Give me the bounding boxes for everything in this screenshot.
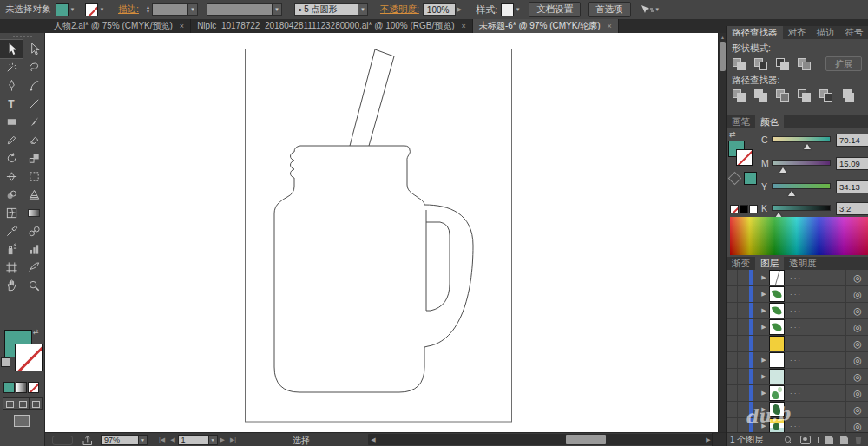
- magenta-value[interactable]: 15.09: [836, 157, 868, 170]
- type-tool[interactable]: T: [0, 95, 23, 113]
- horizontal-scroll-thumb[interactable]: [566, 435, 606, 444]
- export-icon[interactable]: [82, 435, 94, 446]
- close-tab-icon[interactable]: ×: [462, 22, 466, 30]
- minus-back-button[interactable]: [840, 89, 856, 102]
- gamut-color-chip[interactable]: [744, 172, 757, 185]
- slice-tool[interactable]: [23, 259, 45, 277]
- artboard-dropdown-icon[interactable]: [209, 435, 218, 445]
- tab-gradient[interactable]: 渐变: [727, 257, 755, 270]
- magenta-slider[interactable]: [772, 160, 831, 166]
- yellow-value[interactable]: 34.13: [836, 180, 868, 193]
- width-profile-box[interactable]: [207, 3, 273, 16]
- layer-row[interactable]: [727, 352, 868, 369]
- zoom-tool[interactable]: [23, 277, 45, 295]
- tab-transparency[interactable]: 透明度: [784, 257, 822, 270]
- layer-row[interactable]: [727, 319, 868, 336]
- none-swatch[interactable]: [730, 205, 739, 213]
- tab-stroke[interactable]: 描边: [812, 26, 840, 39]
- target-circle-icon[interactable]: [845, 402, 868, 417]
- paintbrush-tool[interactable]: [23, 113, 45, 131]
- layer-thumbnail[interactable]: [769, 369, 785, 384]
- cyan-slider[interactable]: [772, 136, 831, 142]
- document-tab-active[interactable]: 未标题-6* @ 97% (CMYK/轮廓) ×: [473, 19, 619, 33]
- scroll-left-icon[interactable]: [368, 434, 378, 445]
- perspective-grid-tool[interactable]: [23, 186, 45, 204]
- layer-row[interactable]: [727, 286, 868, 303]
- none-mode-button[interactable]: [28, 382, 39, 393]
- locate-object-icon[interactable]: [784, 436, 793, 445]
- first-artboard-icon[interactable]: [159, 436, 165, 443]
- layer-thumbnail[interactable]: [769, 303, 785, 318]
- layer-row[interactable]: [727, 336, 868, 352]
- gradient-tool[interactable]: [23, 204, 45, 222]
- artboard-tool[interactable]: [0, 259, 23, 277]
- layer-thumbnail[interactable]: [769, 319, 785, 335]
- yellow-slider[interactable]: [772, 183, 831, 189]
- layer-thumbnail[interactable]: [769, 352, 785, 368]
- trim-button[interactable]: [753, 89, 769, 102]
- target-circle-icon[interactable]: [845, 270, 868, 285]
- target-circle-icon[interactable]: [845, 385, 868, 401]
- column-graph-tool[interactable]: [23, 240, 45, 259]
- preferences-button[interactable]: 首选项: [588, 2, 631, 17]
- stroke-weight-dropdown-icon[interactable]: [188, 3, 198, 16]
- width-profile-dropdown-icon[interactable]: [273, 3, 282, 16]
- expand-triangle-icon[interactable]: [759, 307, 769, 314]
- stroke-proxy-swatch[interactable]: [15, 344, 43, 371]
- tab-brushes[interactable]: 画笔: [727, 115, 755, 128]
- document-setup-button[interactable]: 文档设置: [529, 2, 581, 17]
- outline-button[interactable]: [819, 89, 834, 102]
- black-slider[interactable]: [772, 205, 831, 211]
- pointer-menu-icon[interactable]: [640, 3, 661, 16]
- last-artboard-icon[interactable]: [230, 436, 236, 443]
- swap-fill-stroke-icon[interactable]: ⇄: [33, 328, 39, 336]
- cyan-value[interactable]: 70.14: [836, 134, 868, 147]
- fill-dropdown-icon[interactable]: [69, 3, 76, 16]
- tab-color[interactable]: 颜色: [755, 115, 784, 128]
- zoom-level-box[interactable]: 97%: [101, 435, 139, 445]
- document-tab[interactable]: 人物2.ai* @ 75% (CMYK/预览) ×: [48, 19, 191, 33]
- draw-behind-button[interactable]: [16, 398, 30, 409]
- expand-triangle-icon[interactable]: [759, 324, 769, 331]
- default-fill-stroke-icon[interactable]: [1, 357, 10, 367]
- lasso-tool[interactable]: [23, 58, 45, 76]
- color-spectrum-bar[interactable]: [730, 217, 868, 255]
- opacity-panel-link[interactable]: 不透明度:: [380, 3, 419, 16]
- delete-layer-icon[interactable]: [855, 436, 862, 444]
- exclude-button[interactable]: [797, 57, 812, 70]
- expand-triangle-icon[interactable]: [759, 357, 769, 364]
- color-mode-button[interactable]: [3, 382, 15, 393]
- style-swatch[interactable]: [501, 3, 514, 16]
- style-dropdown-icon[interactable]: [514, 3, 522, 16]
- screen-mode-button[interactable]: [14, 415, 30, 427]
- horizontal-scrollbar[interactable]: [368, 434, 713, 445]
- scale-tool[interactable]: [23, 149, 45, 167]
- draw-inside-button[interactable]: [30, 398, 42, 409]
- layer-row[interactable]: [727, 385, 868, 402]
- layer-thumbnail[interactable]: [769, 418, 785, 432]
- curvature-pen-tool[interactable]: [23, 76, 45, 95]
- opacity-flyout-icon[interactable]: [457, 6, 462, 13]
- layer-thumbnail[interactable]: [769, 402, 785, 417]
- layer-thumbnail[interactable]: [769, 336, 785, 351]
- fill-color-swatch[interactable]: [56, 3, 69, 16]
- previous-artboard-icon[interactable]: [170, 436, 174, 443]
- gradient-mode-button[interactable]: [16, 382, 27, 393]
- expand-triangle-icon[interactable]: [759, 274, 769, 281]
- blend-tool[interactable]: [23, 222, 45, 240]
- target-circle-icon[interactable]: [845, 303, 868, 318]
- crop-button[interactable]: [797, 89, 812, 102]
- stroke-panel-link[interactable]: 描边:: [118, 3, 139, 16]
- magic-wand-tool[interactable]: [0, 58, 23, 76]
- stroke-color-swatch[interactable]: [85, 3, 98, 16]
- rotate-tool[interactable]: [0, 149, 23, 167]
- line-segment-tool[interactable]: [23, 95, 45, 113]
- close-tab-icon[interactable]: ×: [608, 22, 612, 30]
- layer-thumbnail[interactable]: [769, 270, 785, 285]
- draw-normal-button[interactable]: [3, 398, 16, 409]
- target-circle-icon[interactable]: [845, 352, 868, 368]
- black-value[interactable]: 3.2: [836, 202, 868, 215]
- mini-stroke-swatch[interactable]: [736, 149, 753, 166]
- divide-button[interactable]: [732, 89, 747, 102]
- brush-preset-box[interactable]: • 5 点圆形: [294, 3, 358, 16]
